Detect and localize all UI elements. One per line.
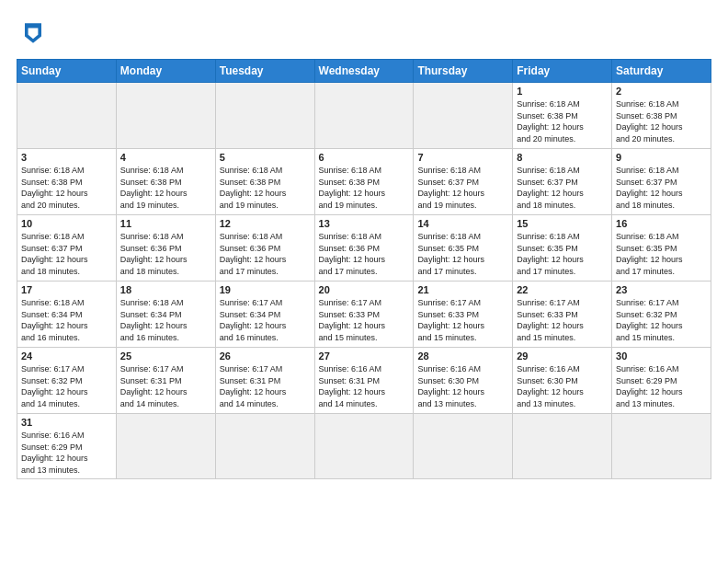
day-info: Sunrise: 6:18 AM Sunset: 6:34 PM Dayligh…: [120, 297, 211, 343]
calendar-cell: 22Sunrise: 6:17 AM Sunset: 6:33 PM Dayli…: [513, 282, 612, 348]
day-info: Sunrise: 6:18 AM Sunset: 6:35 PM Dayligh…: [517, 231, 608, 277]
day-number: 9: [616, 152, 707, 163]
header: [17, 17, 711, 50]
logo: [17, 17, 55, 50]
calendar-cell: 4Sunrise: 6:18 AM Sunset: 6:38 PM Daylig…: [116, 149, 215, 215]
week-row-0: 1Sunrise: 6:18 AM Sunset: 6:38 PM Daylig…: [17, 83, 711, 149]
calendar-cell: [314, 83, 414, 149]
calendar-cell: 30Sunrise: 6:16 AM Sunset: 6:29 PM Dayli…: [612, 348, 711, 414]
day-number: 23: [616, 284, 707, 295]
day-info: Sunrise: 6:18 AM Sunset: 6:34 PM Dayligh…: [21, 297, 112, 343]
day-info: Sunrise: 6:18 AM Sunset: 6:37 PM Dayligh…: [417, 165, 508, 211]
day-number: 30: [616, 350, 707, 362]
day-number: 6: [319, 152, 410, 163]
day-number: 12: [220, 218, 311, 229]
day-info: Sunrise: 6:16 AM Sunset: 6:31 PM Dayligh…: [319, 363, 410, 409]
week-row-5: 31Sunrise: 6:16 AM Sunset: 6:29 PM Dayli…: [17, 414, 711, 479]
calendar-cell: 14Sunrise: 6:18 AM Sunset: 6:35 PM Dayli…: [414, 215, 513, 282]
logo-icon: [17, 17, 50, 50]
day-info: Sunrise: 6:18 AM Sunset: 6:37 PM Dayligh…: [517, 165, 608, 211]
calendar-cell: 25Sunrise: 6:17 AM Sunset: 6:31 PM Dayli…: [116, 348, 215, 414]
calendar-cell: [116, 414, 215, 479]
calendar-cell: [17, 83, 117, 149]
day-number: 1: [517, 86, 608, 97]
day-number: 24: [21, 350, 112, 362]
calendar-cell: 13Sunrise: 6:18 AM Sunset: 6:36 PM Dayli…: [314, 215, 414, 282]
day-number: 16: [616, 218, 707, 229]
day-number: 14: [417, 218, 508, 229]
week-row-1: 3Sunrise: 6:18 AM Sunset: 6:38 PM Daylig…: [17, 149, 711, 215]
calendar-cell: 8Sunrise: 6:18 AM Sunset: 6:37 PM Daylig…: [513, 149, 612, 215]
day-info: Sunrise: 6:17 AM Sunset: 6:33 PM Dayligh…: [517, 297, 608, 343]
day-info: Sunrise: 6:18 AM Sunset: 6:38 PM Dayligh…: [517, 98, 608, 144]
weekday-header-row: SundayMondayTuesdayWednesdayThursdayFrid…: [17, 60, 711, 83]
calendar-cell: 11Sunrise: 6:18 AM Sunset: 6:36 PM Dayli…: [116, 215, 215, 282]
day-number: 13: [319, 218, 410, 229]
week-row-4: 24Sunrise: 6:17 AM Sunset: 6:32 PM Dayli…: [17, 348, 711, 414]
day-info: Sunrise: 6:17 AM Sunset: 6:31 PM Dayligh…: [220, 363, 311, 409]
week-row-3: 17Sunrise: 6:18 AM Sunset: 6:34 PM Dayli…: [17, 282, 711, 348]
day-info: Sunrise: 6:17 AM Sunset: 6:33 PM Dayligh…: [417, 297, 508, 343]
calendar-cell: [414, 83, 513, 149]
calendar-cell: 31Sunrise: 6:16 AM Sunset: 6:29 PM Dayli…: [17, 414, 117, 479]
day-info: Sunrise: 6:17 AM Sunset: 6:33 PM Dayligh…: [319, 297, 410, 343]
day-number: 11: [120, 218, 211, 229]
day-number: 29: [517, 350, 608, 362]
day-number: 19: [220, 284, 311, 295]
day-number: 2: [616, 86, 707, 97]
calendar-cell: 23Sunrise: 6:17 AM Sunset: 6:32 PM Dayli…: [612, 282, 711, 348]
day-info: Sunrise: 6:16 AM Sunset: 6:29 PM Dayligh…: [616, 363, 707, 409]
calendar-cell: 7Sunrise: 6:18 AM Sunset: 6:37 PM Daylig…: [414, 149, 513, 215]
calendar-cell: 20Sunrise: 6:17 AM Sunset: 6:33 PM Dayli…: [314, 282, 414, 348]
calendar-cell: [612, 414, 711, 479]
day-info: Sunrise: 6:18 AM Sunset: 6:35 PM Dayligh…: [616, 231, 707, 277]
day-info: Sunrise: 6:16 AM Sunset: 6:30 PM Dayligh…: [417, 363, 508, 409]
week-row-2: 10Sunrise: 6:18 AM Sunset: 6:37 PM Dayli…: [17, 215, 711, 282]
day-number: 31: [21, 417, 112, 428]
day-number: 8: [517, 152, 608, 163]
day-info: Sunrise: 6:18 AM Sunset: 6:38 PM Dayligh…: [120, 165, 211, 211]
day-info: Sunrise: 6:18 AM Sunset: 6:36 PM Dayligh…: [120, 231, 211, 277]
day-info: Sunrise: 6:17 AM Sunset: 6:32 PM Dayligh…: [21, 363, 112, 409]
day-number: 25: [120, 350, 211, 362]
weekday-tuesday: Tuesday: [215, 60, 314, 83]
day-info: Sunrise: 6:18 AM Sunset: 6:38 PM Dayligh…: [21, 165, 112, 211]
day-info: Sunrise: 6:16 AM Sunset: 6:30 PM Dayligh…: [517, 363, 608, 409]
day-number: 26: [220, 350, 311, 362]
day-number: 28: [417, 350, 508, 362]
weekday-sunday: Sunday: [17, 60, 117, 83]
day-info: Sunrise: 6:17 AM Sunset: 6:31 PM Dayligh…: [120, 363, 211, 409]
calendar-cell: [116, 83, 215, 149]
calendar-cell: [215, 414, 314, 479]
day-info: Sunrise: 6:18 AM Sunset: 6:38 PM Dayligh…: [319, 165, 410, 211]
calendar-cell: [215, 83, 314, 149]
day-number: 17: [21, 284, 112, 295]
day-number: 22: [517, 284, 608, 295]
calendar-cell: 24Sunrise: 6:17 AM Sunset: 6:32 PM Dayli…: [17, 348, 117, 414]
calendar-cell: [314, 414, 414, 479]
page: SundayMondayTuesdayWednesdayThursdayFrid…: [0, 0, 728, 563]
calendar-cell: 27Sunrise: 6:16 AM Sunset: 6:31 PM Dayli…: [314, 348, 414, 414]
calendar-cell: 2Sunrise: 6:18 AM Sunset: 6:38 PM Daylig…: [612, 83, 711, 149]
day-info: Sunrise: 6:17 AM Sunset: 6:34 PM Dayligh…: [220, 297, 311, 343]
calendar: SundayMondayTuesdayWednesdayThursdayFrid…: [17, 59, 711, 479]
calendar-cell: 12Sunrise: 6:18 AM Sunset: 6:36 PM Dayli…: [215, 215, 314, 282]
calendar-cell: 18Sunrise: 6:18 AM Sunset: 6:34 PM Dayli…: [116, 282, 215, 348]
day-number: 18: [120, 284, 211, 295]
day-info: Sunrise: 6:18 AM Sunset: 6:35 PM Dayligh…: [417, 231, 508, 277]
calendar-cell: 28Sunrise: 6:16 AM Sunset: 6:30 PM Dayli…: [414, 348, 513, 414]
day-number: 3: [21, 152, 112, 163]
calendar-cell: 15Sunrise: 6:18 AM Sunset: 6:35 PM Dayli…: [513, 215, 612, 282]
day-number: 21: [417, 284, 508, 295]
day-number: 5: [220, 152, 311, 163]
weekday-saturday: Saturday: [612, 60, 711, 83]
day-info: Sunrise: 6:18 AM Sunset: 6:38 PM Dayligh…: [616, 98, 707, 144]
calendar-cell: 19Sunrise: 6:17 AM Sunset: 6:34 PM Dayli…: [215, 282, 314, 348]
day-number: 4: [120, 152, 211, 163]
day-info: Sunrise: 6:18 AM Sunset: 6:38 PM Dayligh…: [220, 165, 311, 211]
day-number: 7: [417, 152, 508, 163]
weekday-thursday: Thursday: [414, 60, 513, 83]
day-info: Sunrise: 6:17 AM Sunset: 6:32 PM Dayligh…: [616, 297, 707, 343]
calendar-cell: 21Sunrise: 6:17 AM Sunset: 6:33 PM Dayli…: [414, 282, 513, 348]
calendar-cell: 10Sunrise: 6:18 AM Sunset: 6:37 PM Dayli…: [17, 215, 117, 282]
